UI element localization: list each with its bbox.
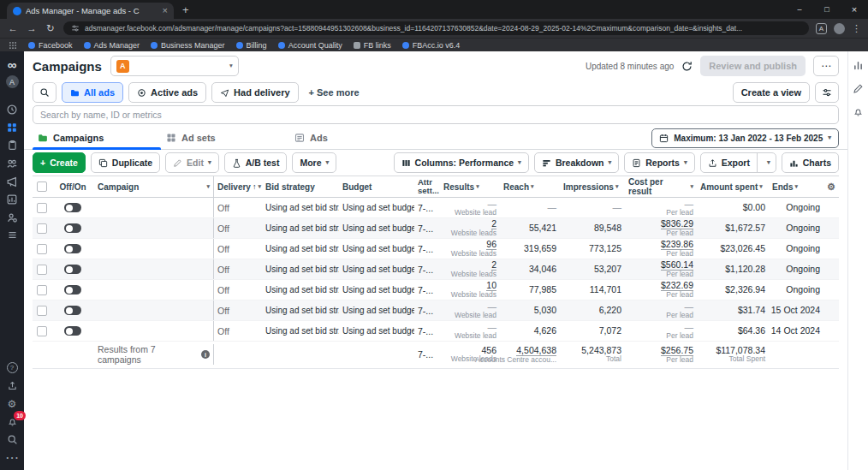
- reload-icon[interactable]: ↻: [45, 22, 56, 34]
- refresh-icon[interactable]: [681, 61, 693, 72]
- edit-button[interactable]: Edit ▾: [165, 152, 219, 173]
- export-caret[interactable]: ▾: [762, 153, 776, 172]
- create-button[interactable]: +Create: [33, 152, 86, 173]
- bell-icon[interactable]: [853, 106, 864, 117]
- account-avatar[interactable]: A: [6, 75, 19, 88]
- duplicate-button[interactable]: Duplicate: [91, 152, 160, 173]
- toggle-off[interactable]: [64, 244, 81, 253]
- site-info-icon[interactable]: [71, 24, 80, 33]
- col-header-results[interactable]: Results▾: [440, 176, 500, 197]
- see-more-filters[interactable]: + See more: [304, 87, 365, 98]
- bookmark-item[interactable]: Ads Manager: [84, 41, 140, 50]
- edit-pencil-icon[interactable]: [853, 83, 864, 94]
- row-checkbox[interactable]: [33, 280, 51, 300]
- campaign-row[interactable]: OffUsing ad set bid str...Using ad set b…: [33, 300, 839, 321]
- row-checkbox[interactable]: [33, 300, 51, 320]
- more-button[interactable]: More▾: [292, 152, 336, 173]
- column-settings-icon[interactable]: ⚙: [823, 176, 839, 197]
- select-all-checkbox[interactable]: [33, 176, 51, 197]
- row-checkbox[interactable]: [33, 198, 51, 217]
- new-tab-button[interactable]: +: [182, 3, 189, 16]
- campaign-name-cell[interactable]: [94, 239, 214, 259]
- review-publish-button[interactable]: Review and publish: [700, 56, 806, 76]
- ads-manager-icon[interactable]: [3, 173, 21, 189]
- toggle-off[interactable]: [64, 203, 81, 212]
- col-header-delivery[interactable]: Delivery ↑ ▾: [214, 176, 262, 197]
- all-tools-icon[interactable]: [3, 227, 21, 243]
- insights-icon[interactable]: [3, 191, 21, 207]
- col-header-attribution[interactable]: Attr sett...: [414, 176, 440, 197]
- tab-campaigns[interactable]: Campaigns: [33, 127, 161, 149]
- campaign-name-cell[interactable]: [94, 259, 214, 279]
- campaign-name-cell[interactable]: [94, 321, 214, 341]
- col-header-impressions[interactable]: Impressions▾: [560, 176, 625, 197]
- campaign-row[interactable]: OffUsing ad set bid str...Using ad set b…: [33, 321, 839, 342]
- view-settings-icon[interactable]: [815, 82, 839, 103]
- bookmark-item[interactable]: Account Quality: [278, 41, 342, 50]
- toggle-off[interactable]: [64, 265, 81, 274]
- performance-chart-icon[interactable]: [853, 60, 864, 71]
- col-header-cost-per-result[interactable]: Cost per result▾: [625, 176, 697, 197]
- rail-more-icon[interactable]: ⋯: [3, 449, 21, 466]
- header-more-button[interactable]: ⋯: [813, 56, 839, 76]
- campaign-toggle[interactable]: [51, 300, 94, 320]
- bookmark-item[interactable]: FB links: [354, 41, 391, 50]
- campaign-row[interactable]: OffUsing ad set bid str...Using ad set b…: [33, 259, 839, 280]
- campaign-row[interactable]: OffUsing ad set bid str...Using ad set b…: [33, 198, 839, 218]
- bookmark-item[interactable]: Billing: [236, 41, 267, 50]
- col-header-campaign[interactable]: Campaign ▾: [94, 176, 214, 197]
- bookmark-item[interactable]: FBAcc.io v6.4: [402, 41, 461, 50]
- col-header-amount-spent[interactable]: Amount spent▾: [697, 176, 769, 197]
- filter-active-ads[interactable]: Active ads: [128, 82, 206, 103]
- campaign-name-cell[interactable]: [94, 300, 214, 320]
- forward-icon[interactable]: →: [26, 23, 38, 33]
- campaign-toggle[interactable]: [51, 280, 94, 300]
- create-view-button[interactable]: Create a view: [733, 82, 810, 103]
- col-header-ends[interactable]: Ends▾: [769, 176, 823, 197]
- columns-button[interactable]: Columns: Performance▾: [394, 152, 529, 173]
- date-range-picker[interactable]: Maximum: 13 Jan 2022 - 13 Feb 2025 ▾: [651, 128, 839, 148]
- account-selector[interactable]: A ▾: [110, 56, 239, 76]
- campaign-name-cell[interactable]: [94, 218, 214, 238]
- tab-ad-sets[interactable]: Ad sets: [161, 127, 289, 149]
- toggle-off[interactable]: [64, 326, 81, 336]
- campaign-row[interactable]: OffUsing ad set bid str...Using ad set b…: [33, 218, 839, 239]
- recent-icon[interactable]: [3, 101, 21, 117]
- reports-button[interactable]: Reports▾: [624, 152, 694, 173]
- close-button[interactable]: ×: [841, 0, 868, 19]
- row-checkbox[interactable]: [33, 259, 51, 279]
- maximize-button[interactable]: □: [813, 0, 841, 19]
- search-input[interactable]: [33, 105, 839, 124]
- campaign-toggle[interactable]: [51, 259, 94, 279]
- campaigns-nav-icon[interactable]: [3, 119, 21, 135]
- business-settings-icon[interactable]: [3, 209, 21, 225]
- url-bar[interactable]: adsmanager.facebook.com/adsmanager/manag…: [63, 21, 809, 35]
- col-header-bid-strategy[interactable]: Bid strategy: [262, 176, 339, 197]
- filter-all-ads[interactable]: All ads: [62, 82, 123, 103]
- row-checkbox[interactable]: [33, 239, 51, 259]
- campaign-name-cell[interactable]: [94, 198, 214, 217]
- back-icon[interactable]: ←: [7, 23, 19, 33]
- col-header-budget[interactable]: Budget: [339, 176, 414, 197]
- minimize-button[interactable]: –: [786, 0, 813, 19]
- charts-button[interactable]: Charts: [782, 152, 839, 173]
- translate-icon[interactable]: A: [816, 23, 827, 34]
- col-header-reach[interactable]: Reach▾: [500, 176, 560, 197]
- tab-close-icon[interactable]: ×: [163, 6, 168, 15]
- filter-had-delivery[interactable]: Had delivery: [211, 82, 298, 103]
- campaign-toggle[interactable]: [51, 321, 94, 341]
- bookmark-item[interactable]: Facebook: [28, 41, 73, 50]
- campaign-row[interactable]: OffUsing ad set bid str...Using ad set b…: [33, 239, 839, 259]
- billing-icon[interactable]: [3, 137, 21, 153]
- row-checkbox[interactable]: [33, 218, 51, 238]
- export-button[interactable]: Export ▾: [700, 152, 776, 173]
- settings-gear-icon[interactable]: ⚙: [3, 396, 21, 412]
- notifications-icon[interactable]: 10: [3, 413, 21, 430]
- share-export-icon[interactable]: [3, 378, 21, 394]
- profile-avatar[interactable]: [834, 23, 845, 34]
- campaign-toggle[interactable]: [51, 218, 94, 238]
- search-filter-icon[interactable]: [33, 82, 56, 103]
- toggle-off[interactable]: [64, 223, 81, 233]
- browser-menu-icon[interactable]: ⋮: [852, 23, 861, 34]
- info-icon[interactable]: i: [201, 350, 210, 359]
